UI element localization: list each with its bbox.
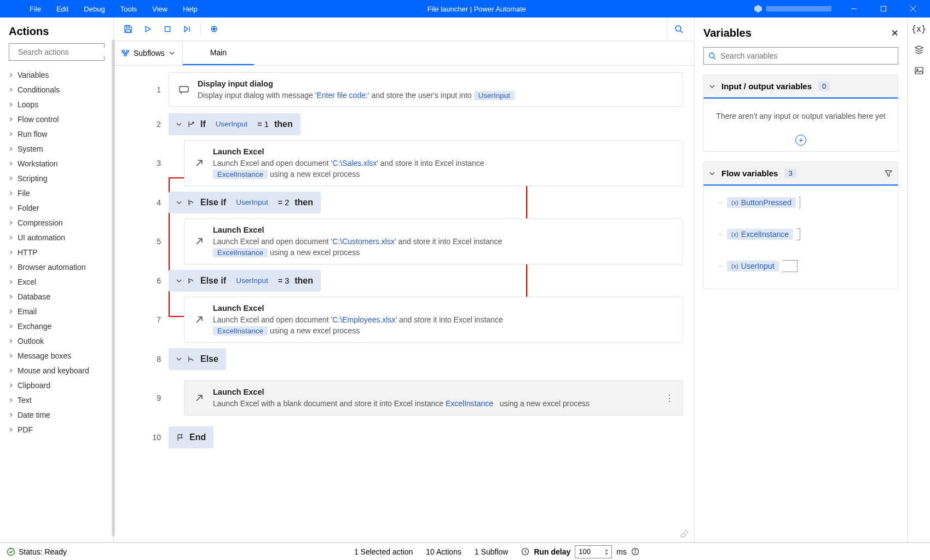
menu-debug[interactable]: Debug (76, 5, 112, 13)
variables-rail-icon[interactable]: {x} (911, 24, 926, 34)
actions-cat[interactable]: Workstation (7, 156, 110, 171)
flow-action-display-input[interactable]: Display input dialog Display input dialo… (169, 72, 683, 107)
flow-else[interactable]: Else (169, 348, 226, 370)
actions-cat[interactable]: UI automation (7, 230, 110, 245)
actions-cat[interactable]: Email (7, 304, 110, 319)
stop-button[interactable] (158, 19, 177, 39)
more-icon[interactable]: ⋮ (661, 393, 674, 403)
actions-cat[interactable]: Compression (7, 215, 110, 230)
flow-variable[interactable]: (x)ExcelInstance (723, 225, 805, 244)
flag-icon (176, 434, 184, 441)
actions-cat[interactable]: Scripting (7, 171, 110, 186)
actions-cat[interactable]: Run flow (7, 126, 110, 141)
status-text: Status: Ready (19, 547, 67, 556)
menu-file[interactable]: File (22, 5, 49, 13)
svg-point-21 (709, 53, 714, 58)
subflows-dropdown[interactable]: Subflows (114, 41, 183, 65)
svg-rect-17 (126, 50, 129, 52)
subflow-icon (122, 49, 129, 57)
svg-point-24 (916, 69, 918, 71)
run-delay-input[interactable]: 100▲▼ (575, 545, 612, 558)
save-button[interactable] (118, 19, 138, 39)
minimize-button[interactable] (841, 0, 867, 18)
actions-cat[interactable]: File (7, 186, 110, 200)
run-button[interactable] (138, 19, 158, 39)
tabs-row: Subflows Main (114, 41, 694, 66)
actions-search-input[interactable] (18, 48, 114, 56)
actions-cat[interactable]: Loops (7, 97, 110, 112)
tab-main[interactable]: Main (183, 41, 254, 65)
flow-end[interactable]: End (169, 426, 213, 448)
variables-search[interactable] (703, 47, 898, 65)
run-delay-label: Run delay (534, 547, 570, 556)
actions-cat[interactable]: Conditionals (7, 82, 110, 97)
actions-cat[interactable]: Text (7, 392, 110, 407)
actions-cat[interactable]: Flow control (7, 112, 110, 126)
filter-icon[interactable] (885, 170, 892, 177)
collapse-icon[interactable] (176, 278, 182, 284)
user-account[interactable] (748, 4, 837, 13)
actions-cat[interactable]: Database (7, 289, 110, 304)
svg-rect-7 (126, 30, 130, 32)
svg-point-13 (213, 28, 215, 30)
flow-canvas[interactable]: 1 2 3 4 5 6 7 8 9 10 Display input dialo… (114, 66, 694, 542)
io-vars-header[interactable]: Input / output variables 0 (703, 74, 898, 99)
actions-cat[interactable]: Excel (7, 274, 110, 289)
flow-variable[interactable]: (x)ButtonPressed (723, 193, 805, 212)
image-rail-icon[interactable] (914, 66, 924, 76)
svg-rect-16 (122, 50, 124, 52)
status-bar: Status: Ready 1 Selected action 10 Actio… (0, 542, 930, 560)
flow-action-launch-excel[interactable]: Launch Excel Launch Excel and open docum… (184, 218, 683, 264)
flow-action-launch-excel[interactable]: Launch Excel Launch Excel and open docum… (184, 140, 683, 186)
flow-editor: Subflows Main 1 2 3 4 5 6 7 8 9 10 (114, 18, 695, 542)
actions-cat[interactable]: Browser automation (7, 259, 110, 274)
add-variable-button[interactable]: + (795, 135, 806, 146)
variables-search-input[interactable] (720, 51, 893, 60)
line-number: 10 (114, 420, 169, 454)
subflow-count: 1 Subflow (475, 547, 508, 556)
actions-cat[interactable]: HTTP (7, 245, 110, 259)
collapse-icon[interactable] (176, 356, 182, 362)
collapse-icon[interactable] (176, 122, 182, 127)
menu-edit[interactable]: Edit (49, 5, 76, 13)
flow-variable[interactable]: (x)UserInput (723, 257, 805, 275)
close-variables-button[interactable]: ✕ (891, 28, 898, 38)
step-button[interactable] (177, 19, 197, 39)
collapse-icon[interactable] (176, 200, 182, 205)
close-button[interactable] (900, 0, 926, 18)
actions-cat[interactable]: Variables (7, 67, 110, 82)
actions-cat[interactable]: Mouse and keyboard (7, 363, 110, 378)
actions-cat[interactable]: Date time (7, 407, 110, 422)
search-icon (708, 52, 716, 60)
actions-cat[interactable]: System (7, 141, 110, 156)
svg-point-29 (635, 550, 636, 550)
flow-action-launch-excel-selected[interactable]: Launch Excel Launch Excel with a blank d… (184, 380, 683, 415)
menu-tools[interactable]: Tools (113, 5, 145, 13)
menu-help[interactable]: Help (175, 5, 205, 13)
flow-elseif[interactable]: Else if UserInput = 3 then (169, 270, 321, 292)
flow-action-launch-excel[interactable]: Launch Excel Launch Excel and open docum… (184, 297, 683, 343)
actions-cat[interactable]: Clipboard (7, 378, 110, 392)
actions-cat[interactable]: Exchange (7, 319, 110, 333)
clock-icon (521, 547, 529, 556)
flow-if[interactable]: If UserInput = 1 then (169, 113, 301, 135)
actions-cat[interactable]: Folder (7, 200, 110, 215)
line-number: 7 (114, 298, 169, 342)
record-button[interactable] (204, 19, 224, 39)
layers-rail-icon[interactable] (914, 45, 924, 55)
actions-cat[interactable]: PDF (7, 422, 110, 437)
chevron-down-icon (709, 84, 715, 89)
actions-category-list[interactable]: Variables Conditionals Loops Flow contro… (0, 67, 113, 442)
flow-elseif[interactable]: Else if UserInput = 2 then (169, 192, 321, 213)
flow-vars-body: (x)ButtonPressed (x)ExcelInstance (x)Use… (703, 186, 898, 289)
actions-cat[interactable]: Outlook (7, 333, 110, 348)
editor-search-button[interactable] (667, 19, 690, 39)
menu-view[interactable]: View (145, 5, 175, 13)
flow-vars-header[interactable]: Flow variables 3 (703, 161, 898, 186)
actions-search[interactable] (9, 43, 105, 61)
actions-cat[interactable]: Message boxes (7, 348, 110, 363)
info-icon[interactable] (631, 547, 639, 556)
maximize-button[interactable] (871, 0, 896, 18)
eraser-icon[interactable] (679, 529, 689, 539)
actions-count: 10 Actions (426, 547, 461, 556)
